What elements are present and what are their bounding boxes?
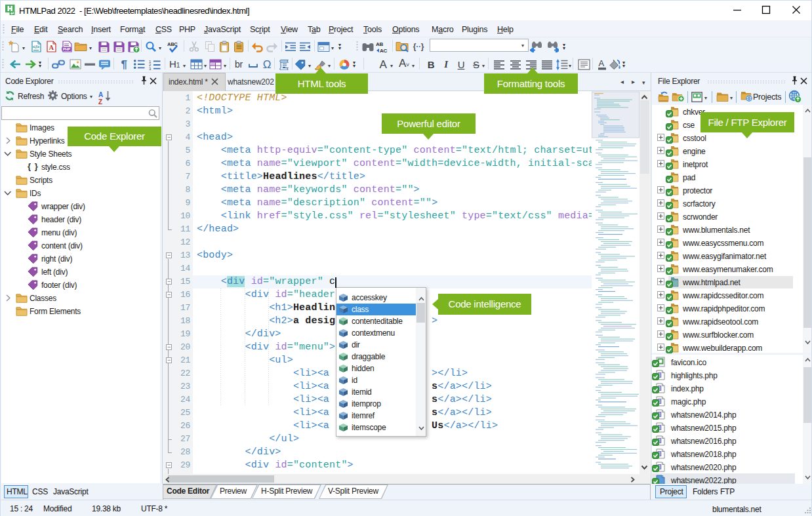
svg-text:AC: AC [380,48,388,53]
svg-text:AB: AB [376,41,384,47]
svg-text:A: A [599,59,605,68]
svg-text:3: 3 [149,67,152,70]
svg-text:</>: </> [33,44,40,50]
svg-text:A: A [49,44,54,51]
svg-text:PHP: PHP [63,47,71,51]
